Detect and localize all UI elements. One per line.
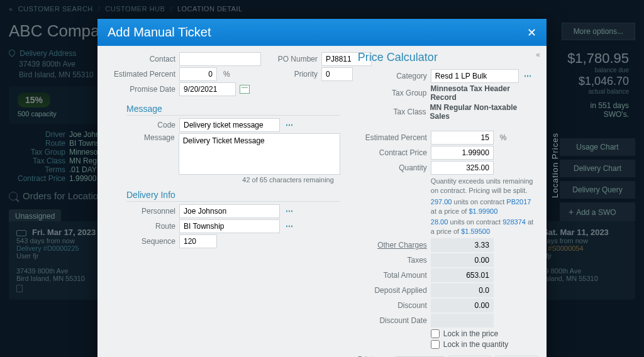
discount-label: Discount <box>358 301 427 310</box>
po-label: PO Number <box>267 55 318 63</box>
lock-price-label: Lock in the price <box>443 329 498 338</box>
taxclass-label: Tax Class <box>358 107 426 116</box>
contact-label: Contact <box>106 55 175 63</box>
priority-label: Priority <box>267 70 318 79</box>
priority-input[interactable] <box>321 67 353 81</box>
contact-input[interactable] <box>179 52 261 66</box>
code-lookup-icon[interactable]: ⋯ <box>284 121 295 129</box>
promise-date-input[interactable] <box>179 82 236 96</box>
quantity-input[interactable] <box>431 161 494 175</box>
category-label: Category <box>358 72 427 80</box>
price-calculator-head: Price Calculator <box>358 51 538 65</box>
split-line-2: 28.00 units on contract 928374 at a pric… <box>431 217 538 236</box>
quantity-warning: Quantity exceeds units remaining on cont… <box>431 177 538 195</box>
delivery-section-head: Delivery Info <box>126 190 340 202</box>
personnel-lookup-icon[interactable]: ⋯ <box>284 207 295 216</box>
deposit-value <box>431 283 494 297</box>
sequence-label: Sequence <box>106 237 175 246</box>
total-value <box>431 268 494 282</box>
lock-price-checkbox[interactable] <box>431 329 440 338</box>
personnel-input[interactable] <box>179 204 280 218</box>
sequence-input[interactable] <box>179 234 217 248</box>
discount-value <box>431 299 494 312</box>
modal-title: Add Manual Ticket <box>108 25 211 40</box>
cprice-label: Contract Price <box>358 148 427 157</box>
quantity-label: Quantity <box>358 163 427 172</box>
close-icon[interactable]: ✕ <box>527 26 536 40</box>
calendar-icon[interactable] <box>240 85 250 94</box>
discount-date-value <box>431 314 494 327</box>
est-pct-input[interactable] <box>179 67 217 81</box>
promise-date-label: Promise Date <box>106 85 175 94</box>
category-lookup-icon[interactable]: ⋯ <box>523 72 534 80</box>
taxes-value <box>431 253 494 267</box>
route-input[interactable] <box>179 219 280 233</box>
personnel-label: Personnel <box>106 207 175 216</box>
message-label: Message <box>106 133 175 142</box>
taxgroup-value: Minnesota Tax Header Record <box>430 84 538 102</box>
est-pct2-label: Estimated Percent <box>358 133 427 142</box>
deposit-label: Deposit Applied <box>358 286 427 295</box>
char-remaining: 42 of 65 characters remaining <box>106 176 334 184</box>
lock-qty-label: Lock in the quantity <box>443 340 508 349</box>
lock-qty-checkbox[interactable] <box>431 340 440 349</box>
est-pct-label: Estimated Percent <box>106 70 175 79</box>
other-charges-value <box>431 238 494 252</box>
est-pct2-input[interactable] <box>431 131 494 145</box>
route-lookup-icon[interactable]: ⋯ <box>284 222 295 231</box>
total-label: Total Amount <box>358 271 427 280</box>
split-line-1: 297.00 units on contract PB2017 at a pri… <box>431 197 538 216</box>
code-input[interactable] <box>179 118 280 132</box>
route-label: Route <box>106 222 175 231</box>
location-prices-label[interactable]: Location Prices <box>550 133 560 198</box>
add-manual-ticket-modal: Add Manual Ticket ✕ « Contact Estimated … <box>97 19 547 357</box>
other-charges-link[interactable]: Other Charges <box>358 241 427 250</box>
category-input[interactable] <box>431 69 519 83</box>
message-section-head: Message <box>126 104 340 116</box>
message-textarea[interactable] <box>179 133 340 175</box>
taxclass-value: MN Regular Non-taxable Sales <box>430 103 538 121</box>
taxgroup-label: Tax Group <box>358 89 427 97</box>
discount-date-label: Discount Date <box>358 316 427 325</box>
cprice-input[interactable] <box>431 146 494 160</box>
code-label: Code <box>106 121 175 129</box>
taxes-label: Taxes <box>358 256 427 265</box>
